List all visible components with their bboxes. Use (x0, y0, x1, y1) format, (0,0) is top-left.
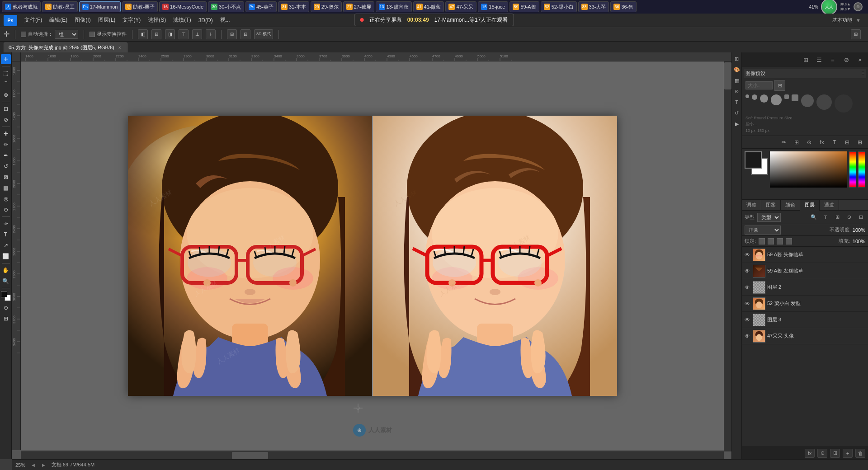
tool-move[interactable]: ✛ (1, 54, 11, 64)
layer-eye-2[interactable]: 👁 (744, 284, 751, 291)
panel-icon-close[interactable]: × (854, 54, 865, 65)
menu-3d[interactable]: 3D(D) (195, 14, 217, 27)
transform-checkbox[interactable] (90, 32, 95, 37)
tool-pen[interactable]: ✑ (1, 219, 11, 229)
strip-btn-text[interactable]: T (732, 98, 741, 107)
align-middle-btn[interactable]: ⊥ (192, 29, 202, 39)
tool-brush[interactable]: ✏ (1, 140, 11, 150)
menu-type[interactable]: 文字(Y) (119, 14, 144, 27)
strip-btn-properties[interactable]: ⊞ (732, 54, 741, 63)
auto-select-checkbox[interactable] (21, 32, 26, 37)
tool-type[interactable]: T (1, 230, 11, 240)
taskbar-item-3[interactable]: 助 助教-栗子 (122, 1, 158, 12)
layer-eye-3[interactable]: 👁 (744, 300, 751, 307)
align-right-btn[interactable]: ◨ (165, 29, 175, 39)
toggle-workspace-btn[interactable]: ⊞ (851, 29, 861, 39)
panel-icon-layers[interactable]: ☰ (814, 54, 825, 65)
align-left-btn[interactable]: ◧ (138, 29, 148, 39)
preset-dot-7[interactable] (801, 94, 814, 107)
strip-btn-swatches[interactable]: ▦ (732, 76, 741, 85)
layer-btn-mask[interactable]: ⊙ (844, 213, 854, 222)
align-center-btn[interactable]: ⊟ (151, 29, 161, 39)
lock-pixels-btn[interactable] (768, 238, 774, 244)
panel-action-link[interactable]: ⊟ (842, 137, 853, 148)
taskbar-item-5[interactable]: 30 30-小不点 (208, 1, 244, 12)
taskbar-item-15[interactable]: 52 52-梁小白 (541, 1, 577, 12)
spectrum-bar[interactable] (858, 151, 865, 188)
layer-eye-1[interactable]: 👁 (744, 268, 751, 275)
tool-shape[interactable]: ⬜ (1, 251, 11, 261)
panel-action-edit[interactable]: ✏ (778, 137, 789, 148)
panel-icon-properties[interactable]: ⊞ (800, 54, 811, 65)
tool-magic-wand[interactable]: ⊛ (1, 90, 11, 100)
layer-btn-search[interactable]: 🔍 (809, 213, 818, 222)
lock-position-btn[interactable] (777, 238, 783, 244)
tool-heal[interactable]: ✚ (1, 129, 11, 139)
layer-item-5[interactable]: 👁 47呆呆·头像 (742, 328, 868, 344)
tool-crop[interactable]: ⊡ (1, 104, 11, 114)
taskbar-item-14[interactable]: 59 59-A酱 (509, 1, 539, 12)
layer-add-mask-btn[interactable]: ⊙ (817, 449, 827, 458)
artwork-container[interactable]: 人人素材 人人素材 人人素材 人人素材 (21, 61, 724, 450)
taskbar-item-1[interactable]: 助 助教-员工 (42, 1, 78, 12)
layer-item-0[interactable]: 👁 59 A酱 头像临草 (742, 247, 868, 263)
move-tool-icon[interactable]: ✛ (4, 30, 9, 38)
strip-btn-adjustments[interactable]: ⊙ (732, 87, 741, 96)
tool-eraser[interactable]: ⊠ (1, 172, 11, 182)
layer-item-1[interactable]: 👁 59 A酱 发丝临草 (742, 263, 868, 279)
layer-item-3[interactable]: 👁 52-梁小白·发型 (742, 296, 868, 312)
status-arrow-right[interactable]: ► (41, 462, 46, 468)
taskbar-item-6[interactable]: Ps 45-英子 (245, 1, 277, 12)
layer-item-2[interactable]: 👁 图层 2 (742, 279, 868, 296)
preset-dot-9[interactable] (835, 94, 853, 113)
distribute-h-btn[interactable]: ⊞ (227, 29, 237, 39)
align-top-btn[interactable]: ⊤ (179, 29, 189, 39)
tool-selection[interactable]: ⬚ (1, 68, 11, 78)
menu-layer[interactable]: 图层(L) (94, 14, 119, 27)
preset-dot-8[interactable] (816, 94, 832, 110)
lock-transparency-btn[interactable] (759, 238, 765, 244)
color-saturation-value[interactable] (770, 151, 847, 197)
strip-btn-actions[interactable]: ▶ (732, 119, 741, 128)
layer-item-4[interactable]: 👁 图层 3 (742, 312, 868, 328)
lock-all-btn[interactable] (786, 238, 792, 244)
layer-add-style-btn[interactable]: fx (805, 449, 815, 458)
tool-hand[interactable]: ✋ (1, 265, 11, 275)
tab-close-btn[interactable]: × (117, 45, 123, 51)
taskbar-item-7[interactable]: 31 31-本本 (278, 1, 309, 12)
menu-filter[interactable]: 滤镜(T) (170, 14, 194, 27)
tool-quickmask[interactable]: ⊙ (1, 303, 11, 313)
preset-dot-1[interactable] (745, 94, 749, 98)
layer-btn-link[interactable]: ⊟ (856, 213, 865, 222)
preset-settings-btn[interactable]: ⊞ (774, 80, 785, 91)
layer-eye-4[interactable]: 👁 (744, 316, 751, 324)
fg-bg-mini[interactable] (1, 291, 11, 301)
preset-menu-arrow[interactable]: ≡ (862, 70, 864, 77)
layer-delete-btn[interactable]: 🗑 (855, 449, 865, 458)
tab-color[interactable]: 颜色 (781, 200, 800, 211)
taskbar-item-9[interactable]: 27 27-截屏 (343, 1, 374, 12)
status-arrow-left[interactable]: ◄ (31, 462, 36, 468)
auto-select-dropdown[interactable]: 组 图层 (55, 30, 78, 39)
blend-mode-select[interactable]: 正常 正片叠底 滤色 叠加 (745, 226, 781, 235)
panel-icon-paths[interactable]: ⊘ (841, 54, 852, 65)
tool-blur[interactable]: ◎ (1, 194, 11, 204)
taskbar-item-13[interactable]: 15 15-juce (478, 1, 508, 12)
taskbar-item-8[interactable]: 29 29-奥尔 (311, 1, 342, 12)
distribute-v-btn[interactable]: ⊟ (241, 29, 250, 39)
tool-eyedropper[interactable]: ⊘ (1, 115, 11, 125)
taskbar-item-0[interactable]: 人 他者与成就 (2, 1, 41, 12)
tab-channels[interactable]: 通道 (820, 200, 839, 211)
menu-view[interactable]: 视... (217, 14, 234, 27)
preset-size-input[interactable] (745, 81, 773, 89)
taskbar-item-11[interactable]: 41 41-微蓝 (413, 1, 444, 12)
panel-action-adjust[interactable]: ⊙ (804, 137, 815, 148)
layer-eye-5[interactable]: 👁 (744, 333, 751, 340)
taskbar-item-4[interactable]: 16 16-MessyCode (159, 1, 207, 12)
menu-edit[interactable]: 编辑(E) (46, 14, 71, 27)
preset-dot-2[interactable] (752, 94, 757, 100)
document-tab[interactable]: 05-方方_头像未完成.jpg @ 25% (图层5, RGB/8) × (4, 42, 127, 52)
tool-clone[interactable]: ✒ (1, 150, 11, 160)
menu-image[interactable]: 图像(I) (71, 14, 94, 27)
fg-bg-colors[interactable] (745, 151, 768, 175)
